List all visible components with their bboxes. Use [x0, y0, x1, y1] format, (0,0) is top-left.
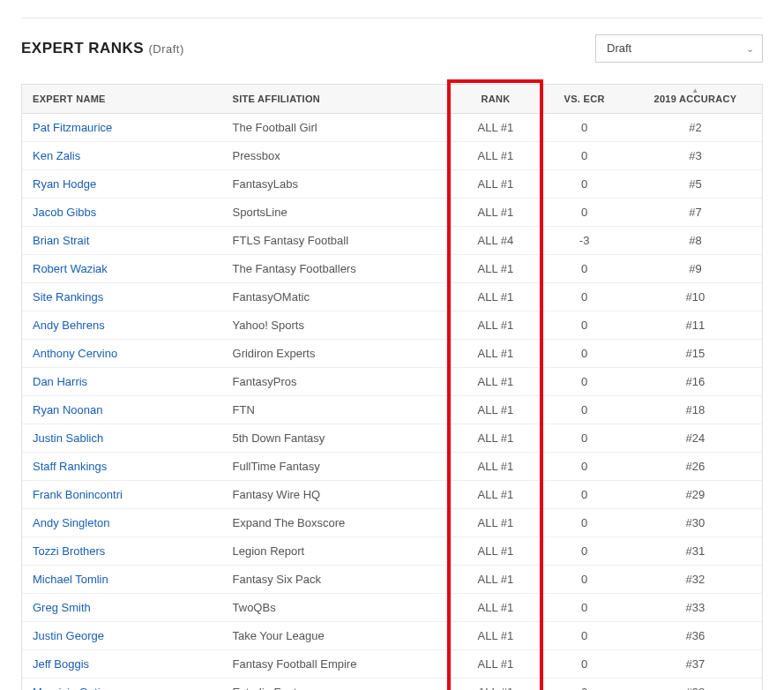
rank-value: ALL #1 — [452, 622, 541, 650]
table-row: Tozzi BrothersLegion ReportALL #10#31 — [22, 537, 762, 566]
vs-ecr-value: 0 — [540, 396, 629, 424]
table-row: Site RankingsFantasyOMaticALL #10#10 — [22, 283, 762, 311]
accuracy-value: #37 — [629, 650, 762, 679]
expert-ranks-table-wrap: EXPERT NAME SITE AFFILIATION RANK VS. EC… — [21, 84, 763, 690]
sort-asc-icon: ▲ — [691, 86, 698, 94]
expert-name-link[interactable]: Site Rankings — [33, 290, 103, 304]
expert-name-link[interactable]: Tozzi Brothers — [33, 544, 105, 558]
table-row: Michael TomlinFantasy Six PackALL #10#32 — [22, 566, 762, 594]
accuracy-value: #15 — [629, 340, 762, 368]
site-affiliation: TwoQBs — [222, 594, 452, 622]
vs-ecr-value: 0 — [540, 566, 629, 594]
rank-value: ALL #1 — [452, 368, 541, 396]
expert-name-link[interactable]: Justin George — [33, 629, 104, 642]
table-row: Robert WaziakThe Fantasy FootballersALL … — [22, 255, 762, 283]
rank-value: ALL #1 — [452, 594, 541, 622]
vs-ecr-value: 0 — [540, 199, 629, 227]
expert-name-link[interactable]: Ryan Noonan — [33, 403, 103, 416]
accuracy-value: #2 — [629, 114, 762, 142]
expert-name-link[interactable]: Robert Waziak — [33, 262, 108, 275]
expert-name-link[interactable]: Andy Behrens — [33, 319, 105, 332]
table-row: Ryan NoonanFTNALL #10#18 — [22, 396, 762, 424]
expert-name-link[interactable]: Andy Singleton — [33, 516, 109, 529]
table-row: Staff RankingsFullTime FantasyALL #10#26 — [22, 453, 762, 481]
expert-name-link[interactable]: Justin Sablich — [33, 431, 103, 445]
expert-name-link[interactable]: Ryan Hodge — [33, 177, 96, 191]
col-header-accuracy[interactable]: ▲ 2019 ACCURACY — [629, 85, 762, 114]
site-affiliation: The Fantasy Footballers — [222, 255, 452, 283]
table-row: Andy BehrensYahoo! SportsALL #10#11 — [22, 311, 762, 340]
site-affiliation: FTLS Fantasy Football — [222, 227, 452, 255]
accuracy-value: #5 — [629, 170, 762, 199]
accuracy-value: #24 — [629, 424, 762, 453]
site-affiliation: Pressbox — [222, 142, 452, 170]
col-header-name[interactable]: EXPERT NAME — [22, 85, 222, 114]
rank-value: ALL #1 — [452, 114, 541, 142]
table-row: Greg SmithTwoQBsALL #10#33 — [22, 594, 762, 622]
accuracy-value: #16 — [629, 368, 762, 396]
expert-name-link[interactable]: Michael Tomlin — [33, 573, 108, 586]
rank-value: ALL #1 — [452, 481, 541, 509]
expert-name-link[interactable]: Brian Strait — [33, 234, 89, 247]
accuracy-value: #18 — [629, 396, 762, 424]
site-affiliation: Fantasy Six Pack — [222, 566, 452, 594]
site-affiliation: The Football Girl — [222, 114, 452, 142]
table-row: Justin GeorgeTake Your LeagueALL #10#36 — [22, 622, 762, 650]
title-subtitle: (Draft) — [148, 42, 183, 56]
col-header-rank[interactable]: RANK — [452, 85, 541, 114]
table-row: Jacob GibbsSportsLineALL #10#7 — [22, 199, 762, 227]
rank-value: ALL #1 — [452, 650, 541, 679]
expert-name-link[interactable]: Mauricio Gutierrez — [33, 686, 126, 690]
site-affiliation: Estadio Fantasy — [222, 679, 452, 691]
site-affiliation: Take Your League — [222, 622, 452, 650]
vs-ecr-value: 0 — [540, 255, 629, 283]
rank-value: ALL #1 — [452, 142, 541, 170]
site-affiliation: Fantasy Football Empire — [222, 650, 452, 679]
site-affiliation: Legion Report — [222, 537, 452, 566]
title-main: EXPERT RANKS — [21, 40, 144, 56]
expert-name-link[interactable]: Jeff Boggis — [33, 657, 89, 671]
vs-ecr-value: 0 — [540, 453, 629, 481]
expert-name-link[interactable]: Dan Harris — [33, 375, 87, 388]
col-header-site[interactable]: SITE AFFILIATION — [222, 85, 452, 114]
site-affiliation: 5th Down Fantasy — [222, 424, 452, 453]
accuracy-value: #38 — [629, 679, 762, 691]
expert-name-link[interactable]: Ken Zalis — [33, 149, 80, 162]
table-row: Justin Sablich5th Down FantasyALL #10#24 — [22, 424, 762, 453]
rank-value: ALL #1 — [452, 170, 541, 199]
rank-value: ALL #1 — [452, 566, 541, 594]
table-row: Jeff BoggisFantasy Football EmpireALL #1… — [22, 650, 762, 679]
expert-name-link[interactable]: Jacob Gibbs — [33, 206, 96, 219]
expert-name-link[interactable]: Greg Smith — [33, 601, 91, 614]
vs-ecr-value: 0 — [540, 340, 629, 368]
rank-value: ALL #1 — [452, 340, 541, 368]
table-row: Dan HarrisFantasyProsALL #10#16 — [22, 368, 762, 396]
expert-name-link[interactable]: Anthony Cervino — [33, 347, 117, 360]
rank-value: ALL #1 — [452, 509, 541, 537]
vs-ecr-value: 0 — [540, 424, 629, 453]
rank-value: ALL #1 — [452, 199, 541, 227]
rank-value: ALL #1 — [452, 453, 541, 481]
vs-ecr-value: 0 — [540, 679, 629, 691]
expert-name-link[interactable]: Frank Bonincontri — [33, 488, 123, 501]
table-row: Andy SingletonExpand The BoxscoreALL #10… — [22, 509, 762, 537]
table-row: Frank BonincontriFantasy Wire HQALL #10#… — [22, 481, 762, 509]
accuracy-value: #32 — [629, 566, 762, 594]
expert-name-link[interactable]: Staff Rankings — [33, 460, 107, 473]
accuracy-value: #9 — [629, 255, 762, 283]
filter-select[interactable]: Draft ⌄ — [595, 34, 763, 63]
col-header-vs-ecr[interactable]: VS. ECR — [540, 85, 629, 114]
vs-ecr-value: -3 — [540, 227, 629, 255]
vs-ecr-value: 0 — [540, 594, 629, 622]
site-affiliation: FantasyPros — [222, 368, 452, 396]
site-affiliation: Yahoo! Sports — [222, 311, 452, 340]
vs-ecr-value: 0 — [540, 114, 629, 142]
filter-selected-value: Draft — [595, 34, 763, 63]
rank-value: ALL #4 — [452, 227, 541, 255]
expert-ranks-table: EXPERT NAME SITE AFFILIATION RANK VS. EC… — [22, 85, 762, 690]
expert-name-link[interactable]: Pat Fitzmaurice — [33, 121, 112, 134]
accuracy-value: #10 — [629, 283, 762, 311]
rank-value: ALL #1 — [452, 679, 541, 691]
vs-ecr-value: 0 — [540, 509, 629, 537]
vs-ecr-value: 0 — [540, 170, 629, 199]
